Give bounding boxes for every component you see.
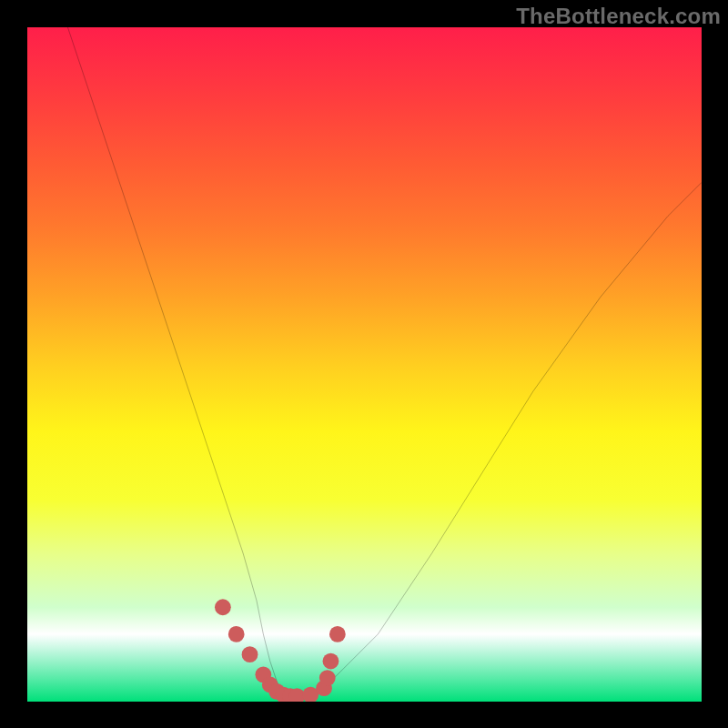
marker-cluster xyxy=(215,599,346,702)
chart-root: TheBottleneck.com xyxy=(0,0,728,728)
chart-svg xyxy=(27,27,702,702)
marker-point xyxy=(215,599,231,615)
marker-point xyxy=(228,626,245,642)
watermark-text: TheBottleneck.com xyxy=(516,4,721,29)
marker-point xyxy=(329,626,346,642)
marker-point xyxy=(323,653,339,670)
marker-point xyxy=(319,670,336,686)
main-curve xyxy=(67,27,702,698)
marker-point xyxy=(242,646,258,662)
